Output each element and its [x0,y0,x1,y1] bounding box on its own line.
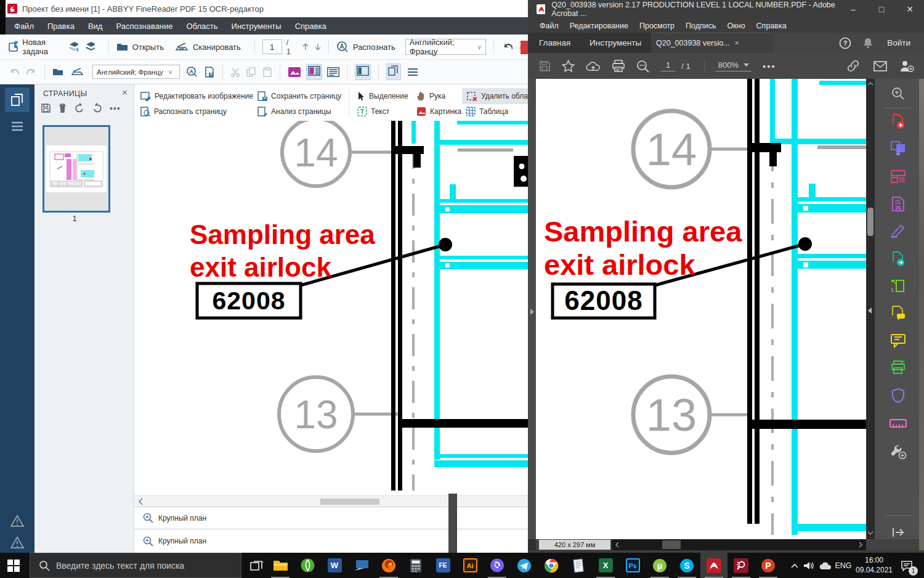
table-area-button[interactable]: Таблица [466,105,508,118]
save-results-icon[interactable] [204,67,215,78]
panel-layout-button[interactable] [355,64,371,80]
maximize-button[interactable]: □ [867,4,896,14]
tray-volume-icon[interactable] [801,553,817,578]
page-number-field[interactable]: 1 [661,60,675,71]
document-image-view[interactable]: 14 13 [134,121,528,495]
recognize-icon[interactable]: A [186,66,198,78]
help-icon[interactable]: ? [839,37,851,49]
taskbar-app-illustrator[interactable]: Ai [456,553,484,578]
print-production-icon[interactable] [890,359,907,377]
rotate-right-icon[interactable] [92,103,103,113]
save-page-button[interactable]: Сохранить страницу [257,89,341,103]
zoom-level-control[interactable]: 800% [716,60,752,71]
start-button[interactable] [0,553,27,578]
scanner-icon[interactable] [71,67,84,76]
collapse-tools-icon[interactable] [867,307,873,314]
scroll-right-icon[interactable] [858,542,863,548]
tab-tools[interactable]: Инструменты [590,33,641,53]
menu-window[interactable]: Окно [722,22,751,30]
fill-sign-icon[interactable] [890,222,907,240]
print-icon[interactable] [612,60,625,72]
menu-view[interactable]: Просмотр [634,22,680,30]
stack-icon[interactable] [84,41,95,53]
menu-file[interactable]: Файл [7,22,41,31]
prev-page-icon[interactable] [299,43,309,51]
zoom-panel-header-2[interactable]: Крупный план [134,529,528,553]
taskbar-app-remote-desktop[interactable] [348,553,375,578]
taskbar-search[interactable]: Введите здесь текст для поиска [30,553,241,578]
collapse-panel-icon[interactable] [890,524,907,541]
next-page-icon[interactable] [312,43,322,51]
taskbar-app-skype[interactable]: S [673,553,700,578]
recognize-button[interactable]: A Распознать [336,41,395,53]
email-icon[interactable] [873,61,887,71]
menu-help[interactable]: Справка [288,22,333,31]
export-pdf-icon[interactable] [890,250,907,267]
notification-center-button[interactable]: 1 [894,553,919,578]
text-view-icon[interactable] [327,67,339,77]
measure-icon[interactable] [890,415,907,432]
undo-icon[interactable] [501,41,513,52]
sign-in-button[interactable]: Войти [887,38,910,47]
recognize-page-button[interactable]: Распознать страницу [140,105,227,118]
cut-icon[interactable] [230,67,240,77]
taskbar-app-calculator[interactable] [402,553,429,578]
analyze-page-button[interactable]: Анализ страницы [257,105,331,118]
more-tools-icon[interactable]: ••• [763,61,776,71]
taskbar-app-chrome[interactable] [538,553,565,578]
more-tools-icon[interactable] [890,442,907,460]
delete-area-button[interactable]: Удалить область [462,88,533,104]
language-select-secondary[interactable]: Английский; Францу∨ [92,65,180,79]
zoom-panel-header-1[interactable]: Крупный план [134,507,528,529]
pdf-page[interactable]: 14 13 [536,79,866,539]
tray-clock[interactable]: 16:00 09.04.2021 [854,553,894,578]
language-select[interactable]: Английский; Францу∨ [405,39,486,55]
redo-icon[interactable] [23,67,37,77]
new-task-button[interactable]: Новая задача [9,38,62,56]
paste-icon[interactable] [262,67,272,77]
more-icon[interactable]: ••• [110,104,121,113]
close-button[interactable]: ✕ [896,4,924,14]
scroll-down-icon[interactable] [867,531,873,535]
menu-view[interactable]: Вид [81,22,110,31]
scan-button[interactable]: Сканировать [175,42,241,52]
crop-pages-icon[interactable] [890,277,907,295]
delete-icon[interactable] [58,103,67,113]
cloud-upload-icon[interactable] [586,60,601,72]
delete-pages-icon[interactable] [890,195,907,213]
close-icon[interactable]: × [122,87,128,97]
edit-image-button[interactable]: Редактировать изображение [140,89,253,103]
copy-icon[interactable] [246,67,256,77]
menu-area[interactable]: Область [180,22,225,31]
text-area-button[interactable]: T Текст [357,105,389,118]
scroll-left-icon[interactable] [615,542,620,548]
warning-icon[interactable] [10,536,24,548]
pages-view-button[interactable] [386,63,401,80]
taskbar-app-corel-draw[interactable] [294,553,321,578]
folder-icon[interactable] [52,67,63,76]
taskbar-app-telegram[interactable] [511,553,538,578]
tray-onedrive-icon[interactable] [817,553,834,578]
tab-document[interactable]: Q20_003938 versio... × [651,33,773,53]
taskbar-app-powerpoint[interactable]: P [755,553,782,578]
tab-home[interactable]: Главная [539,33,570,53]
page-number-input[interactable] [262,39,282,54]
tray-language-indicator[interactable]: ENG [833,553,854,578]
menu-file[interactable]: Файл [534,22,564,30]
protect-icon[interactable] [890,387,907,404]
comment-icon[interactable] [890,332,907,349]
taskbar-app-notepad[interactable] [565,553,592,578]
menu-sign[interactable]: Подпись [680,22,721,30]
taskbar-app-utorrent[interactable]: µ [646,553,673,578]
horizontal-scrollbar[interactable] [134,495,528,507]
search-zoom-icon[interactable] [636,60,650,73]
taskbar-app-excel[interactable]: X [592,553,619,578]
combine-files-icon[interactable] [890,140,907,157]
scroll-up-icon[interactable] [867,81,873,86]
scrollbar-thumb[interactable] [867,208,873,236]
sidebar-list-tab[interactable] [5,114,30,139]
taskbar-app-word[interactable]: W [321,553,348,578]
menu-edit[interactable]: Редактирование [564,22,634,30]
scrollbar-thumb[interactable] [320,499,379,505]
menu-recognition[interactable]: Распознавание [109,22,179,31]
